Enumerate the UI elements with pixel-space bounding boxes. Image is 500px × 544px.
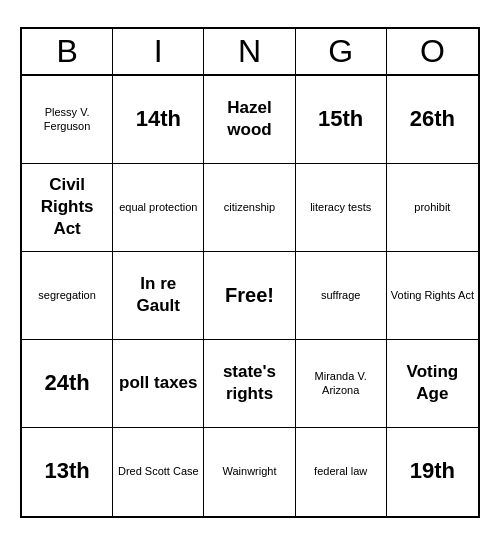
bingo-header-letter-g: G: [296, 29, 387, 74]
bingo-cell-14: Voting Rights Act: [387, 252, 478, 340]
bingo-cell-22: Wainwright: [204, 428, 295, 516]
bingo-cell-1: 14th: [113, 76, 204, 164]
bingo-cell-10: segregation: [22, 252, 113, 340]
bingo-cell-11: In re Gault: [113, 252, 204, 340]
bingo-cell-20: 13th: [22, 428, 113, 516]
bingo-grid: Plessy V. Ferguson14thHazel wood15th26th…: [22, 76, 478, 516]
bingo-cell-8: literacy tests: [296, 164, 387, 252]
bingo-cell-7: citizenship: [204, 164, 295, 252]
bingo-cell-21: Dred Scott Case: [113, 428, 204, 516]
bingo-cell-6: equal protection: [113, 164, 204, 252]
bingo-cell-3: 15th: [296, 76, 387, 164]
bingo-cell-23: federal law: [296, 428, 387, 516]
bingo-header: BINGO: [22, 29, 478, 76]
bingo-header-letter-n: N: [204, 29, 295, 74]
bingo-cell-17: state's rights: [204, 340, 295, 428]
bingo-cell-4: 26th: [387, 76, 478, 164]
bingo-header-letter-b: B: [22, 29, 113, 74]
bingo-cell-0: Plessy V. Ferguson: [22, 76, 113, 164]
bingo-cell-19: Voting Age: [387, 340, 478, 428]
bingo-cell-15: 24th: [22, 340, 113, 428]
bingo-cell-2: Hazel wood: [204, 76, 295, 164]
bingo-cell-16: poll taxes: [113, 340, 204, 428]
bingo-cell-5: Civil Rights Act: [22, 164, 113, 252]
bingo-cell-24: 19th: [387, 428, 478, 516]
bingo-card: BINGO Plessy V. Ferguson14thHazel wood15…: [20, 27, 480, 518]
bingo-cell-9: prohibit: [387, 164, 478, 252]
bingo-header-letter-o: O: [387, 29, 478, 74]
bingo-cell-13: suffrage: [296, 252, 387, 340]
bingo-cell-18: Miranda V. Arizona: [296, 340, 387, 428]
bingo-cell-12: Free!: [204, 252, 295, 340]
bingo-header-letter-i: I: [113, 29, 204, 74]
